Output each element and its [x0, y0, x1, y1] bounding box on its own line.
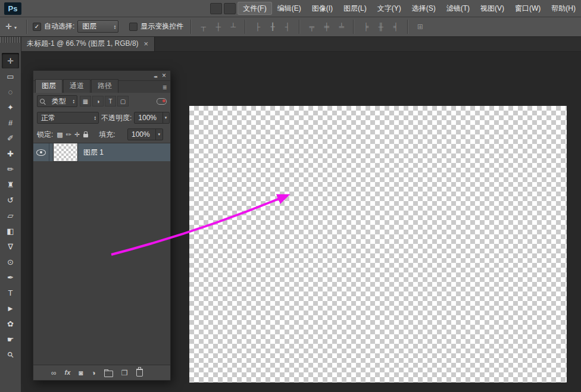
new-group-icon[interactable] [104, 371, 113, 377]
menu-item[interactable]: 视图(V) [475, 0, 510, 17]
blend-opacity-row: 正常 不透明度: 100% [33, 109, 170, 126]
move-tool[interactable]: ✛ [2, 53, 19, 68]
layer-thumbnail[interactable] [54, 143, 77, 161]
layer-filter-toggle[interactable] [157, 98, 167, 105]
layer-name: 图层 1 [83, 148, 104, 158]
menu-item[interactable]: 图像(I) [307, 0, 338, 17]
panel-tab[interactable]: 图层 [35, 79, 63, 93]
link-layers-icon[interactable]: ∞ [51, 369, 57, 377]
distribute-right-edges-icon[interactable]: ╡ [389, 20, 402, 33]
crop-tool[interactable]: # [2, 115, 19, 130]
lock-position-icon[interactable]: ✛ [74, 131, 80, 139]
auto-select-label: 自动选择: [44, 21, 74, 32]
show-transform-checkbox[interactable] [129, 23, 138, 31]
blur-tool[interactable]: ∇ [2, 239, 19, 254]
custom-shape-tool[interactable]: ✿ [2, 316, 19, 331]
layers-panel-tabs: 图层 通道 路径 [33, 81, 170, 93]
eye-icon [36, 149, 46, 156]
rectangular-marquee-tool[interactable]: ▭ [2, 68, 19, 84]
fill-dropdown[interactable]: 100% [127, 128, 163, 140]
separator [299, 20, 300, 34]
delete-layer-icon[interactable] [136, 369, 143, 377]
filter-pixel-layers-icon[interactable]: ▦ [80, 96, 91, 106]
menu-item[interactable]: 文字(Y) [372, 0, 407, 17]
menu-item[interactable]: 滤镜(T) [441, 0, 475, 17]
align-left-edges-icon[interactable]: ├ [251, 20, 264, 33]
hand-tool[interactable]: ☛ [2, 331, 19, 347]
distribute-top-edges-icon[interactable]: ╤ [305, 20, 318, 33]
filter-type-dropdown[interactable]: 类型 [37, 95, 77, 107]
eraser-tool[interactable]: ▱ [2, 208, 19, 223]
document-tab[interactable]: 未标题-1 @ 66.7% (图层 1, RGB/8) × [21, 36, 155, 51]
layer-row[interactable]: 图层 1 [33, 143, 170, 161]
layer-style-icon[interactable]: fx [65, 369, 71, 376]
menu-item[interactable]: 窗口(W) [510, 0, 546, 17]
lock-transparent-pixels-icon[interactable]: ▩ [57, 131, 63, 139]
auto-select-target-dropdown[interactable]: 图层 [77, 20, 118, 33]
clone-stamp-tool[interactable]: ♜ [2, 177, 19, 192]
align-top-edges-icon[interactable]: ┬ [197, 20, 210, 33]
filter-shape-layers-icon[interactable]: ▢ [117, 96, 129, 106]
opacity-value: 100% [138, 114, 157, 122]
layer-list: 图层 1 [33, 143, 170, 365]
auto-select-checkbox[interactable] [33, 23, 41, 31]
menu-item[interactable]: 编辑(E) [272, 0, 307, 17]
auto-align-layers-icon[interactable]: ⊞ [414, 20, 426, 33]
blend-mode-dropdown[interactable]: 正常 [37, 112, 99, 124]
history-brush-tool[interactable]: ↺ [2, 192, 19, 208]
titlebar-button[interactable] [224, 3, 236, 14]
close-tab-icon[interactable]: × [144, 39, 149, 48]
layer-visibility-toggle[interactable] [33, 143, 49, 161]
new-layer-icon[interactable]: ❐ [121, 369, 128, 377]
quick-selection-tool[interactable]: ✦ [2, 99, 19, 115]
panel-tab[interactable]: 通道 [63, 79, 90, 93]
menu-item[interactable]: 选择(S) [407, 0, 441, 17]
dodge-tool[interactable]: ⊙ [2, 254, 19, 269]
distribute-horizontal-group: ╞╫╡ [358, 20, 403, 33]
distribute-vertical-centers-icon[interactable]: ╪ [320, 20, 333, 33]
filter-adjustment-layers-icon[interactable]: ◑ [92, 96, 104, 106]
healing-brush-tool[interactable]: ✚ [2, 146, 19, 161]
align-bottom-edges-icon[interactable]: ┴ [227, 20, 239, 33]
tool-preset-button[interactable]: ✛ [0, 22, 22, 31]
new-adjustment-layer-icon[interactable]: ◑ [92, 369, 96, 377]
align-horizontal-centers-icon[interactable]: ╂ [266, 20, 279, 33]
brush-tool[interactable]: ✏ [2, 161, 19, 177]
layer-filter-row: 类型 ▦ ◑ T ▢ [33, 93, 170, 109]
document-tab-title: 未标题-1 @ 66.7% (图层 1, RGB/8) [27, 39, 139, 49]
align-right-edges-icon[interactable]: ┤ [281, 20, 293, 33]
type-tool[interactable]: T [2, 285, 19, 300]
distribute-left-edges-icon[interactable]: ╞ [360, 20, 372, 33]
search-icon [40, 99, 45, 104]
document-canvas[interactable] [189, 106, 567, 382]
titlebar-button[interactable] [210, 3, 222, 14]
panel-menu-icon[interactable] [163, 83, 167, 92]
panel-tab[interactable]: 路径 [91, 79, 118, 93]
path-selection-tool[interactable]: ► [2, 300, 19, 316]
lasso-tool[interactable]: ◌ [2, 84, 19, 99]
filter-type-layers-icon[interactable]: T [105, 96, 116, 106]
close-panel-icon[interactable] [162, 71, 166, 80]
collapse-panel-icon[interactable] [154, 71, 157, 80]
add-layer-mask-icon[interactable]: ◙ [79, 369, 83, 377]
separator [190, 20, 192, 34]
lock-all-icon[interactable] [83, 134, 88, 137]
spinner-arrows-icon [73, 99, 74, 104]
menu-item[interactable]: 图层(L) [338, 0, 372, 17]
toolbar-grip[interactable] [0, 36, 21, 43]
zoom-tool[interactable]: ⚲ [2, 347, 19, 362]
pen-tool[interactable]: ✒ [2, 269, 19, 285]
gradient-tool[interactable]: ◧ [2, 223, 19, 239]
spinner-arrows-icon [114, 24, 116, 29]
distribute-bottom-edges-icon[interactable]: ╧ [335, 20, 348, 33]
document-tab-bar: 未标题-1 @ 66.7% (图层 1, RGB/8) × [21, 36, 581, 52]
menu-item[interactable]: 帮助(H) [546, 0, 581, 17]
distribute-horizontal-centers-icon[interactable]: ╫ [374, 20, 387, 33]
lock-image-pixels-icon[interactable]: ✏ [66, 131, 71, 139]
eyedropper-tool[interactable]: ✐ [2, 130, 19, 146]
menu-item[interactable]: 文件(F) [238, 2, 271, 15]
layers-panel: 图层 通道 路径 类型 ▦ ◑ T ▢ 正常 [33, 70, 171, 381]
align-vertical-centers-icon[interactable]: ┼ [212, 20, 224, 33]
distribute-vertical-group: ╤╪╧ [304, 20, 349, 33]
opacity-dropdown[interactable]: 100% [134, 112, 170, 124]
